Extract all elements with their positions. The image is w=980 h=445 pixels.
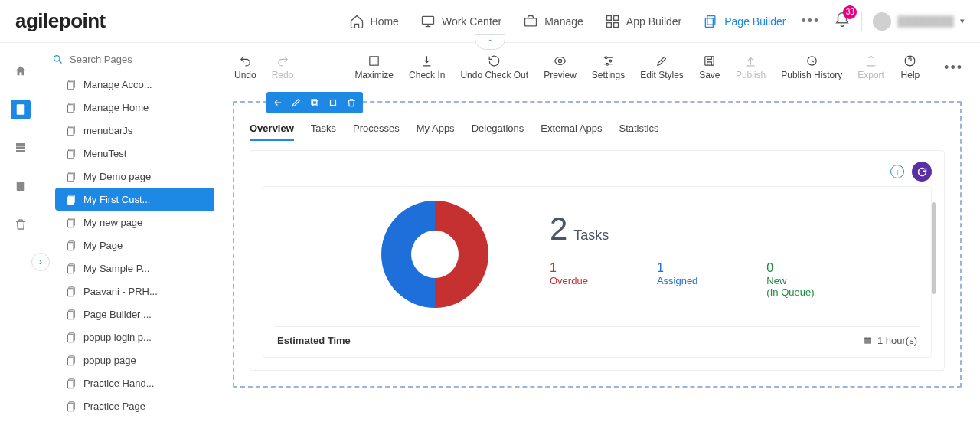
nav-more-icon[interactable]: ••• xyxy=(801,13,820,29)
preview-button[interactable]: Preview xyxy=(536,54,584,83)
scrollbar[interactable] xyxy=(932,202,936,294)
pages-icon xyxy=(703,14,718,29)
nav-work-center-label: Work Center xyxy=(442,15,501,28)
page-icon xyxy=(66,332,77,343)
undo-checkout-icon xyxy=(488,54,501,67)
page-tree-item[interactable]: Manage Acco... xyxy=(55,73,214,96)
tab-overview[interactable]: Overview xyxy=(250,118,294,141)
svg-point-13 xyxy=(54,56,60,62)
page-icon xyxy=(66,125,77,136)
page-tree-item[interactable]: MenuTest xyxy=(55,142,214,165)
rail-library[interactable] xyxy=(11,176,31,196)
save-button[interactable]: Save xyxy=(691,54,728,83)
page-tree-item[interactable]: My First Cust... xyxy=(55,188,214,211)
user-menu[interactable]: ████████ ▾ xyxy=(873,12,965,31)
undo-button[interactable]: Undo xyxy=(227,54,264,83)
page-tree-item[interactable]: popup page xyxy=(55,348,214,371)
page-tree-item[interactable]: My Page xyxy=(55,234,214,257)
svg-rect-10 xyxy=(16,147,25,149)
tab-external-apps[interactable]: External Apps xyxy=(541,118,602,141)
refresh-button[interactable] xyxy=(912,162,932,182)
move-button[interactable] xyxy=(325,95,341,110)
tasks-donut-chart xyxy=(381,201,488,308)
toolbar-more-icon[interactable]: ••• xyxy=(939,60,968,83)
page-icon xyxy=(14,103,28,116)
page-icon xyxy=(66,171,77,182)
divider xyxy=(274,326,920,327)
redo-button[interactable]: Redo xyxy=(264,54,302,83)
info-button[interactable]: i xyxy=(890,165,904,178)
page-tree-item[interactable]: My new page xyxy=(55,211,214,234)
svg-rect-19 xyxy=(68,127,74,135)
svg-rect-44 xyxy=(370,57,378,65)
history-icon xyxy=(805,54,818,67)
edit-styles-button[interactable]: Edit Styles xyxy=(632,54,691,83)
svg-rect-6 xyxy=(707,15,715,25)
rail-home[interactable] xyxy=(11,61,31,81)
tab-processes[interactable]: Processes xyxy=(353,118,400,141)
nav-page-builder[interactable]: Page Builder xyxy=(703,14,786,29)
publish-icon xyxy=(744,54,757,67)
settings-icon xyxy=(602,54,615,67)
page-tree-item[interactable]: My Demo page xyxy=(55,165,214,188)
undo-checkout-button[interactable]: Undo Check Out xyxy=(452,54,536,83)
page-tree-item[interactable]: menubarJs xyxy=(55,119,214,142)
rail-pages[interactable] xyxy=(11,100,31,119)
page-icon xyxy=(66,309,77,320)
tasks-count: 2 xyxy=(550,211,567,247)
notifications-button[interactable]: 33 xyxy=(834,11,851,31)
svg-rect-43 xyxy=(68,403,74,411)
export-button[interactable]: Export xyxy=(850,54,892,83)
svg-rect-53 xyxy=(312,100,316,104)
help-button[interactable]: Help xyxy=(892,54,929,83)
page-tree-item[interactable]: My Sample P... xyxy=(55,257,214,280)
checkin-button[interactable]: Check In xyxy=(401,54,452,83)
pencil-icon xyxy=(291,97,302,108)
delete-button[interactable] xyxy=(343,95,360,110)
save-icon xyxy=(703,54,716,67)
design-canvas[interactable]: OverviewTasksProcessesMy AppsDelegations… xyxy=(233,101,962,388)
publish-history-button[interactable]: Publish History xyxy=(773,54,850,83)
page-icon xyxy=(66,263,77,274)
move-icon xyxy=(328,97,338,108)
rail-trash[interactable] xyxy=(11,214,31,234)
nav-app-builder-label: App Builder xyxy=(626,15,681,28)
page-icon xyxy=(66,194,77,205)
edit-button[interactable] xyxy=(288,95,305,110)
select-parent-button[interactable] xyxy=(270,95,286,110)
rail-components[interactable] xyxy=(11,138,31,158)
page-tree-item[interactable]: Manage Home xyxy=(55,96,214,119)
tab-delegations[interactable]: Delegations xyxy=(472,118,524,141)
settings-button[interactable]: Settings xyxy=(584,54,632,83)
duplicate-button[interactable] xyxy=(306,95,323,110)
svg-rect-3 xyxy=(614,15,619,20)
maximize-button[interactable]: Maximize xyxy=(347,54,401,83)
tasks-label: Tasks xyxy=(573,227,609,244)
copy-icon xyxy=(309,97,320,108)
home-icon xyxy=(14,64,28,78)
stat-overdue: 1 Overdue xyxy=(550,261,588,298)
page-tree-item[interactable]: Practice Page xyxy=(55,394,214,417)
tab-statistics[interactable]: Statistics xyxy=(619,118,659,141)
page-tree-item[interactable]: popup login p... xyxy=(55,326,214,348)
nav-manage[interactable]: Manage xyxy=(523,14,583,29)
stat-new: 0 New (In Queue) xyxy=(766,261,814,298)
nav-app-builder[interactable]: App Builder xyxy=(605,14,681,29)
nav-home[interactable]: Home xyxy=(349,14,399,29)
publish-button[interactable]: Publish xyxy=(728,54,773,83)
svg-point-45 xyxy=(558,59,561,62)
page-tree-item[interactable]: Paavani - PRH... xyxy=(55,280,214,303)
search-pages[interactable] xyxy=(41,43,214,73)
layout-icon xyxy=(14,141,28,155)
svg-rect-39 xyxy=(68,357,74,365)
tab-tasks[interactable]: Tasks xyxy=(311,118,336,141)
tab-my-apps[interactable]: My Apps xyxy=(416,118,455,141)
page-tree-item[interactable]: Page Builder ... xyxy=(55,303,214,326)
svg-rect-4 xyxy=(606,22,611,27)
svg-rect-41 xyxy=(68,380,74,388)
svg-rect-25 xyxy=(68,196,74,204)
page-icon xyxy=(66,378,77,389)
search-input[interactable] xyxy=(70,54,203,65)
page-tree-item[interactable]: Practice Hand... xyxy=(55,371,214,394)
nav-work-center[interactable]: Work Center xyxy=(420,14,501,29)
